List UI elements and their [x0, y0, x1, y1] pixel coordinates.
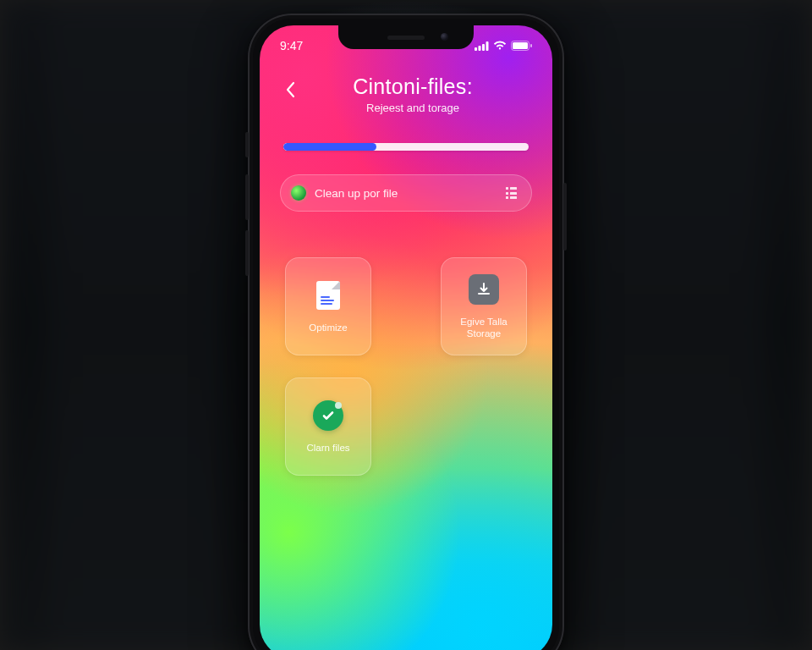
chevron-left-icon: [285, 81, 295, 98]
storage-progress-fill: [283, 143, 376, 151]
svg-rect-5: [513, 42, 528, 49]
front-camera: [441, 33, 448, 41]
phone-volume-up: [245, 174, 249, 220]
action-tiles: Optimize Egive Talla Storage: [278, 257, 534, 476]
svg-rect-0: [475, 47, 477, 51]
phone-frame: 9:47: [248, 14, 564, 650]
tile-clarn-files[interactable]: Clarn files: [285, 377, 371, 476]
svg-rect-2: [482, 44, 485, 51]
phone-notch: [338, 25, 474, 49]
page-title: Cintoni-files:: [315, 74, 510, 99]
back-button[interactable]: [278, 78, 302, 102]
download-icon: [468, 273, 500, 306]
cellular-icon: [475, 41, 489, 51]
title-block: Cintoni-files: Rejeest and torage: [315, 74, 510, 114]
battery-icon: [511, 41, 532, 51]
globe-clean-icon: [291, 185, 306, 201]
document-icon: [312, 279, 344, 311]
speaker-grille: [387, 36, 425, 40]
app-content: Cintoni-files: Rejeest and torage Clean …: [260, 25, 552, 650]
check-circle-icon: [312, 399, 344, 432]
tile-optimize[interactable]: Optimize: [285, 257, 371, 355]
page-subtitle: Rejeest and torage: [315, 102, 510, 114]
tile-clarn-files-label: Clarn files: [301, 442, 354, 454]
storage-progress-bar: [283, 143, 529, 151]
tile-egive-storage[interactable]: Egive Talla Storage: [441, 257, 527, 355]
status-time: 9:47: [280, 39, 303, 52]
page-header: Cintoni-files: Rejeest and torage: [278, 74, 534, 114]
phone-mute-switch: [245, 132, 249, 157]
clean-up-pill[interactable]: Clean up por file: [280, 174, 532, 212]
clean-up-label: Clean up por file: [315, 187, 497, 200]
phone-volume-down: [245, 230, 249, 276]
wifi-icon: [493, 41, 507, 51]
status-indicators: [475, 41, 532, 51]
tile-egive-storage-label: Egive Talla Storage: [442, 316, 526, 340]
svg-rect-3: [486, 41, 489, 51]
list-view-icon: [506, 187, 519, 199]
svg-rect-6: [530, 44, 532, 47]
svg-rect-1: [479, 46, 481, 51]
phone-screen: 9:47: [260, 25, 552, 650]
tile-optimize-label: Optimize: [304, 322, 352, 333]
phone-power-button: [563, 183, 567, 251]
